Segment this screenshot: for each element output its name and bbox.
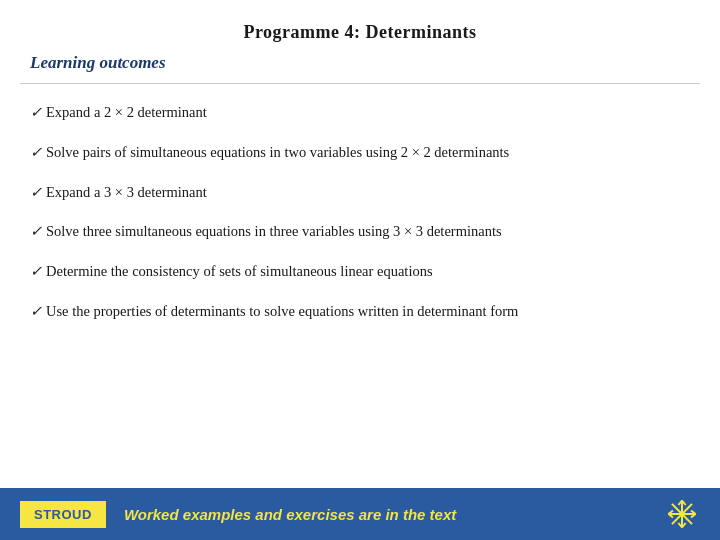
checkmark-icon: ✓ — [30, 102, 42, 124]
outcome-text: Use the properties of determinants to so… — [46, 301, 518, 323]
section-label: Learning outcomes — [30, 53, 720, 73]
outcome-text: Determine the consistency of sets of sim… — [46, 261, 433, 283]
outcome-text: Expand a 3 × 3 determinant — [46, 182, 207, 204]
page-title: Programme 4: Determinants — [0, 0, 720, 43]
stroud-label: STROUD — [20, 501, 106, 528]
checkmark-icon: ✓ — [30, 182, 42, 204]
footer-bar: STROUD Worked examples and exercises are… — [0, 488, 720, 540]
programme-subtitle: Determinants — [366, 22, 477, 42]
checkmark-icon: ✓ — [30, 221, 42, 243]
outcomes-list: ✓ Expand a 2 × 2 determinant ✓ Solve pai… — [0, 102, 720, 323]
checkmark-icon: ✓ — [30, 261, 42, 283]
checkmark-icon: ✓ — [30, 301, 42, 323]
list-item: ✓ Expand a 3 × 3 determinant — [30, 182, 690, 204]
list-item: ✓ Use the properties of determinants to … — [30, 301, 690, 323]
list-item: ✓ Determine the consistency of sets of s… — [30, 261, 690, 283]
checkmark-icon: ✓ — [30, 142, 42, 164]
outcome-text: Solve three simultaneous equations in th… — [46, 221, 502, 243]
page-container: Programme 4: Determinants Learning outco… — [0, 0, 720, 540]
outcome-text: Solve pairs of simultaneous equations in… — [46, 142, 509, 164]
svg-point-12 — [679, 511, 684, 516]
outcome-text: Expand a 2 × 2 determinant — [46, 102, 207, 124]
programme-title: Programme 4: — [243, 22, 360, 42]
decorative-icon — [664, 496, 700, 532]
list-item: ✓ Expand a 2 × 2 determinant — [30, 102, 690, 124]
footer-worked-text: Worked examples and exercises are in the… — [124, 506, 456, 523]
list-item: ✓ Solve pairs of simultaneous equations … — [30, 142, 690, 164]
list-item: ✓ Solve three simultaneous equations in … — [30, 221, 690, 243]
divider — [20, 83, 700, 84]
